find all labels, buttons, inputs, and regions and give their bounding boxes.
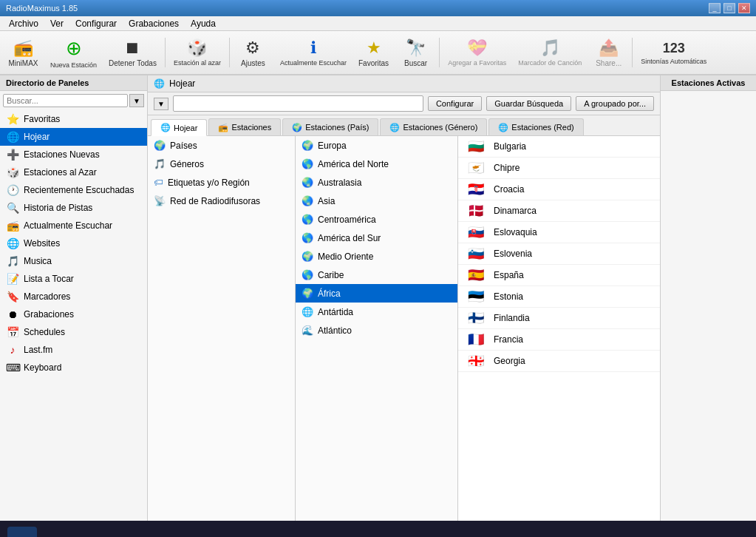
minimax-button[interactable]: 📻 MiniMAX [3,33,44,72]
pane-red[interactable]: 📡 Red de Radiodifusoras [148,192,295,210]
actualmente-escuchar-button[interactable]: ℹ Actualmente Escuchar [275,33,352,72]
tab-estaciones-icon: 📻 [218,123,228,132]
minimize-button[interactable]: _ [709,3,721,13]
historia-icon: 🔍 [6,202,19,214]
sidebar-item-websites[interactable]: 🌐 Websites [0,234,147,252]
sidebar-item-favoritas[interactable]: ⭐ Favoritas [0,110,147,128]
sidebar-item-lastfm[interactable]: ♪ Last.fm [0,341,147,359]
region-africa[interactable]: 🌍 África [296,284,457,303]
sidebar-item-schedules[interactable]: 📅 Schedules [0,323,147,341]
menu-grabaciones[interactable]: Grabaciones [123,17,185,30]
region-australasia[interactable]: 🌏 Australasia [296,173,457,192]
estacion-azar-icon: 🎲 [187,38,207,58]
tab-estaciones-red[interactable]: 🌐 Estaciones (Red) [488,118,583,135]
sidebar-item-lista[interactable]: 📝 Lista a Tocar [0,270,147,288]
recientemente-icon: 🕐 [6,184,19,196]
nueva-estacion-button[interactable]: ⊕ Nueva Estación [45,33,102,72]
configurar-button[interactable]: Configurar [428,96,482,111]
favoritas-icon: ★ [367,38,381,58]
pane-paises[interactable]: 🌍 Países [148,136,295,155]
atlantico-icon: 🌊 [302,325,313,336]
close-button[interactable]: ✕ [738,3,750,13]
toolbar-divider-3 [439,38,440,67]
region-america-norte[interactable]: 🌎 América del Norte [296,155,457,173]
country-chipre[interactable]: 🇨🇾 Chipre [458,158,660,179]
region-centroamerica[interactable]: 🌎 Centroamérica [296,210,457,229]
tab-red-icon: 🌐 [498,123,508,132]
guardar-busqueda-button[interactable]: Guardar Búsqueda [486,96,571,111]
pane-etiquetas[interactable]: 🏷 Etiquetas y/o Región [148,173,295,192]
buscar-button[interactable]: 🔭 Buscar [395,33,436,72]
sidebar-item-actualmente[interactable]: 📻 Actualmente Escuchar [0,217,147,234]
buscar-icon: 🔭 [406,38,426,58]
sidebar-item-keyboard[interactable]: ⌨ Keyboard [0,359,147,376]
region-america-sur[interactable]: 🌎 América del Sur [296,229,457,247]
region-caribe[interactable]: 🌎 Caribe [296,266,457,284]
estaciones-azar-icon: 🎲 [6,166,19,178]
agregar-icon: 💝 [467,38,487,58]
search-bar-arrow[interactable]: ▼ [154,98,168,110]
region-atlantico[interactable]: 🌊 Atlántico [296,321,457,340]
menu-ver[interactable]: Ver [44,17,69,30]
keyboard-icon: ⌨ [6,362,19,374]
detener-icon: ⏹ [124,38,140,58]
sidebar-item-recientemente[interactable]: 🕐 Recientemente Escuchadas [0,181,147,199]
sidebar-item-musica[interactable]: 🎵 Musica [0,252,147,270]
sintonias-button[interactable]: 123 Sintonías Automáticas [636,33,712,72]
country-finlandia[interactable]: 🇫🇮 Finlandia [458,308,660,329]
maximize-button[interactable]: □ [723,3,735,13]
country-eslovaquia[interactable]: 🇸🇰 Eslovaquia [458,222,660,243]
country-georgia[interactable]: 🇬🇪 Georgia [458,351,660,372]
minimax-icon: 📻 [13,38,33,58]
estacion-azar-button[interactable]: 🎲 Estación al azar [168,33,226,72]
sidebar-item-historia[interactable]: 🔍 Historia de Pistas [0,199,147,217]
country-dinamarca[interactable]: 🇩🇰 Dinamarca [458,200,660,222]
country-eslovenia[interactable]: 🇸🇮 Eslovenia [458,243,660,265]
country-croacia[interactable]: 🇭🇷 Croacia [458,179,660,200]
paises-pane-icon: 🌍 [154,140,166,151]
sidebar-search-input[interactable] [3,94,128,107]
marcador-cancion-button[interactable]: 🎵 Marcador de Canción [513,33,587,72]
ajustes-button[interactable]: ⚙ Ajustes [233,33,273,72]
sidebar-search-button[interactable]: ▼ [129,94,144,107]
region-asia[interactable]: 🌏 Asia [296,192,457,210]
play-button[interactable]: ▶ [7,527,37,538]
country-bulgaria[interactable]: 🇧🇬 Bulgaria [458,136,660,158]
detener-todas-button[interactable]: ⏹ Detener Todas [103,33,162,72]
region-europa[interactable]: 🌍 Europa [296,136,457,155]
region-medio-oriente[interactable]: 🌍 Medio Oriente [296,247,457,266]
menu-configurar[interactable]: Configurar [69,17,123,30]
pane-generos[interactable]: 🎵 Géneros [148,155,295,173]
etiquetas-pane-icon: 🏷 [154,177,163,188]
sidebar-item-grabaciones[interactable]: ⏺ Grabaciones [0,305,147,323]
tab-hojear-icon: 🌐 [160,123,171,132]
sidebar-item-marcadores[interactable]: 🔖 Marcadores [0,288,147,305]
menu-archivo[interactable]: Archivo [3,17,44,30]
share-button[interactable]: 📤 Share... [588,33,629,72]
sidebar-item-hojear[interactable]: 🌐 Hojear [0,128,147,146]
flag-eslovaquia: 🇸🇰 [464,225,488,240]
antartida-icon: 🌐 [302,306,313,317]
sidebar-item-estaciones-azar[interactable]: 🎲 Estaciones al Azar [0,163,147,181]
menu-ayuda[interactable]: Ayuda [185,17,222,30]
caribe-icon: 🌎 [302,269,313,280]
flag-eslovenia: 🇸🇮 [464,246,488,261]
agregar-favoritas-button[interactable]: 💝 Agregar a Favoritas [443,33,511,72]
tab-estaciones-genero[interactable]: 🌐 Estaciones (Género) [380,118,487,135]
agroupado-button[interactable]: A groupado por... [576,96,654,111]
country-estonia[interactable]: 🇪🇪 Estonia [458,286,660,308]
estaciones-nuevas-icon: ➕ [6,149,19,161]
flag-francia: 🇫🇷 [464,332,488,347]
country-espana[interactable]: 🇪🇸 España [458,265,660,286]
musica-icon: 🎵 [6,255,19,267]
tab-estaciones[interactable]: 📻 Estaciones [208,118,281,135]
favoritas-button[interactable]: ★ Favoritas [353,33,394,72]
search-bar-input[interactable] [173,95,423,112]
tab-estaciones-pais[interactable]: 🌍 Estaciones (País) [282,118,378,135]
tab-hojear[interactable]: 🌐 Hojear [151,119,207,136]
country-francia[interactable]: 🇫🇷 Francia [458,329,660,351]
sidebar-item-estaciones-nuevas[interactable]: ➕ Estaciones Nuevas [0,146,147,163]
region-antartida[interactable]: 🌐 Antártida [296,303,457,321]
marcador-icon: 🎵 [540,38,560,58]
favoritas-sidebar-icon: ⭐ [6,113,19,125]
